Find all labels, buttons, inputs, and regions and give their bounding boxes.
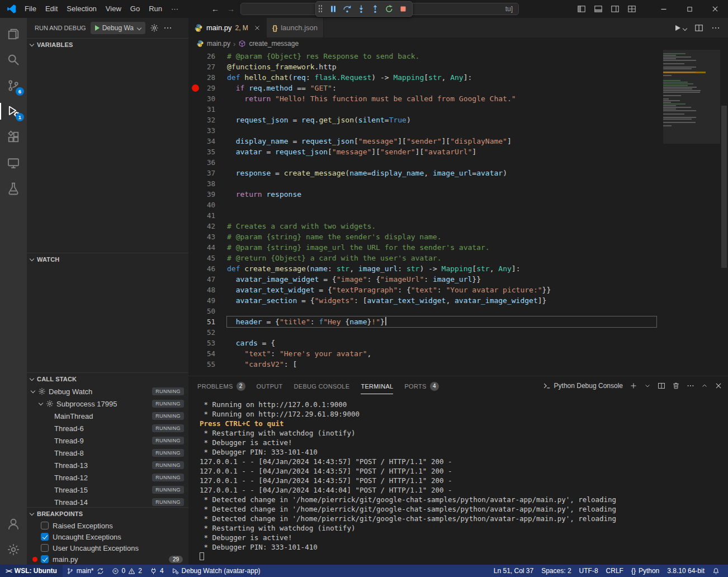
code-line[interactable]: 30 return "Hello! This function must be …	[188, 93, 728, 104]
gutter[interactable]: 29	[188, 83, 215, 93]
pause-icon[interactable]	[329, 4, 338, 13]
breakpoint-slot[interactable]	[192, 53, 199, 60]
step-out-icon[interactable]	[371, 4, 380, 13]
callstack-row[interactable]: MainThreadRUNNING	[27, 410, 188, 422]
gutter[interactable]: 40	[188, 200, 215, 210]
breakpoint-slot[interactable]	[192, 286, 199, 294]
code-text[interactable]: return response	[227, 189, 656, 200]
menu-more[interactable]: ···	[167, 1, 183, 17]
gutter[interactable]: 33	[188, 125, 215, 136]
toggle-sidebar-icon[interactable]	[577, 4, 586, 13]
gutter[interactable]: 32	[188, 115, 215, 125]
settings-button[interactable]	[0, 537, 27, 562]
callstack-row[interactable]: Subprocess 17995RUNNING	[27, 398, 188, 410]
tab-launch-json[interactable]: {} launch.json	[267, 18, 324, 37]
kill-terminal-icon[interactable]	[672, 382, 680, 390]
breakpoint-slot[interactable]	[192, 159, 199, 166]
panel-tab-ports[interactable]: PORTS4	[404, 377, 438, 395]
debug-settings-gear-icon[interactable]	[150, 23, 159, 32]
code-line[interactable]: 32 request_json = req.get_json(silent=Tr…	[188, 115, 728, 125]
code-text[interactable]: # @param {Object} res Response to send b…	[227, 51, 656, 62]
breakpoint-slot[interactable]	[192, 127, 199, 134]
gutter[interactable]: 30	[188, 93, 215, 104]
gutter[interactable]: 44	[188, 242, 215, 253]
breakpoint-slot[interactable]	[192, 361, 199, 368]
code-text[interactable]	[227, 125, 656, 136]
toggle-secondary-sidebar-icon[interactable]	[611, 4, 620, 13]
code-line[interactable]: 44# @param {string} image_url the URL fo…	[188, 242, 728, 253]
code-line[interactable]: 41	[188, 210, 728, 221]
code-line[interactable]: 54 "text": "Here's your avatar",	[188, 348, 728, 359]
close-tab-icon[interactable]	[254, 25, 261, 31]
breakpoint-slot[interactable]	[192, 212, 199, 219]
tab-main-py[interactable]: main.py 2, M	[188, 18, 267, 37]
split-terminal-icon[interactable]	[658, 382, 665, 390]
gutter[interactable]: 47	[188, 274, 215, 285]
close-panel-icon[interactable]	[715, 382, 722, 390]
code-text[interactable]: avatar_section = {"widgets": [avatar_tex…	[227, 295, 656, 306]
code-text[interactable]: avatar = request_json["message"]["sender…	[227, 146, 656, 157]
breakpoint-slot[interactable]	[192, 265, 199, 272]
activity-remote-explorer[interactable]	[0, 150, 27, 176]
code-text[interactable]	[227, 104, 656, 115]
callstack-row[interactable]: Thread-8RUNNING	[27, 447, 188, 459]
code-line[interactable]: 26# @param {Object} res Response to send…	[188, 51, 728, 62]
code-text[interactable]	[227, 327, 656, 338]
breakpoint-slot[interactable]	[192, 244, 199, 251]
breakpoint-slot[interactable]	[192, 223, 199, 230]
gutter[interactable]: 42	[188, 221, 215, 231]
breakpoint-checkbox[interactable]	[41, 522, 49, 529]
menu-selection[interactable]: Selection	[62, 1, 101, 17]
callstack-row[interactable]: Thread-6RUNNING	[27, 422, 188, 434]
editor-more-actions-icon[interactable]	[711, 23, 720, 32]
editor-scrollbar[interactable]	[721, 106, 727, 268]
gutter[interactable]: 35	[188, 146, 215, 157]
close-window-button[interactable]	[702, 0, 728, 18]
code-text[interactable]: cards = {	[227, 338, 656, 348]
breakpoint-slot[interactable]	[192, 63, 199, 70]
code-text[interactable]: # @param {string} name the sender's disp…	[227, 231, 656, 242]
breakpoint-checkbox[interactable]	[41, 533, 49, 541]
breakpoint-slot[interactable]	[192, 148, 199, 155]
breakpoint-slot[interactable]	[192, 191, 199, 198]
gutter[interactable]: 39	[188, 189, 215, 200]
code-text[interactable]: header = {"title": f"Hey {name}!"}	[227, 316, 656, 327]
code-text[interactable]: "text": "Here's your avatar",	[227, 348, 656, 359]
menu-go[interactable]: Go	[126, 1, 144, 17]
gutter[interactable]: 48	[188, 285, 215, 295]
activity-search[interactable]	[0, 47, 27, 73]
code-text[interactable]: def create_message(name: str, image_url:…	[227, 263, 656, 274]
gutter[interactable]: 43	[188, 231, 215, 242]
code-text[interactable]: request_json = req.get_json(silent=True)	[227, 115, 656, 125]
code-text[interactable]: # Creates a card with two widgets.	[227, 221, 656, 231]
gutter[interactable]: 27	[188, 62, 215, 72]
activity-run-debug[interactable]: 1	[0, 98, 27, 124]
code-line[interactable]: 38	[188, 178, 728, 189]
active-terminal-label[interactable]: Python Debug Console	[543, 382, 623, 390]
split-editor-icon[interactable]	[694, 23, 703, 32]
breadcrumb-symbol[interactable]: create_message	[249, 40, 299, 48]
code-text[interactable]	[227, 210, 656, 221]
gutter[interactable]: 38	[188, 178, 215, 189]
code-line[interactable]: 42# Creates a card with two widgets.	[188, 221, 728, 231]
python-interpreter-status[interactable]: 3.8.10 64-bit	[663, 565, 708, 577]
code-text[interactable]: response = create_message(name=display_n…	[227, 168, 656, 178]
breakpoint-slot[interactable]	[192, 339, 199, 347]
gutter[interactable]: 50	[188, 306, 215, 316]
breakpoint-row[interactable]: main.py29	[27, 554, 188, 565]
code-line[interactable]: 48 avatar_text_widget = {"textParagraph"…	[188, 285, 728, 295]
breakpoint-row[interactable]: Raised Exceptions	[27, 520, 188, 531]
code-line[interactable]: 39 return response	[188, 189, 728, 200]
breakpoint-slot[interactable]	[192, 318, 199, 325]
remote-indicator[interactable]: >< WSL: Ubuntu	[0, 565, 63, 577]
breakpoint-checkbox[interactable]	[41, 544, 49, 552]
breakpoint-row[interactable]: Uncaught Exceptions	[27, 531, 188, 542]
code-line[interactable]: 28def hello_chat(req: flask.Request) -> …	[188, 72, 728, 83]
debug-config-dropdown[interactable]: Debug Wa	[91, 22, 145, 34]
code-line[interactable]: 49 avatar_section = {"widgets": [avatar_…	[188, 295, 728, 306]
code-line[interactable]: 37 response = create_message(name=displa…	[188, 168, 728, 178]
breakpoint-slot[interactable]	[192, 106, 199, 113]
code-text[interactable]: if req.method == "GET":	[227, 83, 656, 93]
code-line[interactable]: 27@functions_framework.http	[188, 62, 728, 72]
code-text[interactable]	[227, 200, 656, 210]
